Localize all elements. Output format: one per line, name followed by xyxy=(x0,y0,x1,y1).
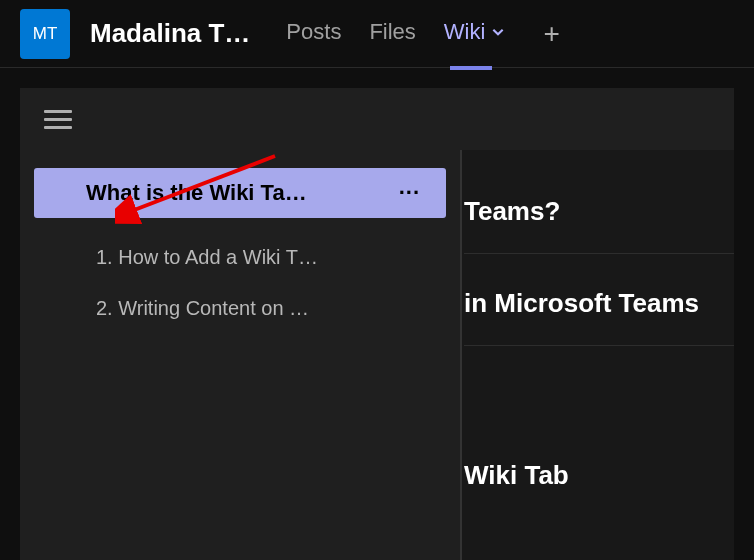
nav-page-title: What is the Wiki Ta… xyxy=(54,180,307,206)
content-heading-fragment: in Microsoft Teams xyxy=(464,254,734,345)
content-area: What is the Wiki Ta… ··· 1. How to Add a… xyxy=(0,68,754,560)
tab-files[interactable]: Files xyxy=(369,19,415,49)
content-heading-fragment: Teams? xyxy=(464,150,734,253)
nav-page-current[interactable]: What is the Wiki Ta… ··· xyxy=(34,168,446,218)
chevron-down-icon xyxy=(491,19,505,45)
channel-tabs: Posts Files Wiki + xyxy=(286,18,559,50)
hamburger-menu-icon[interactable] xyxy=(44,110,72,129)
content-heading-fragment: Wiki Tab xyxy=(464,426,734,517)
wiki-toolbar xyxy=(20,88,734,150)
tab-wiki[interactable]: Wiki xyxy=(444,19,506,49)
wiki-body: What is the Wiki Ta… ··· 1. How to Add a… xyxy=(20,150,734,560)
nav-section-item[interactable]: 2. Writing Content on … xyxy=(34,283,446,334)
wiki-content-panel: Teams? in Microsoft Teams Wiki Tab xyxy=(460,150,734,560)
channel-avatar: MT xyxy=(20,9,70,59)
nav-section-item[interactable]: 1. How to Add a Wiki T… xyxy=(34,232,446,283)
add-tab-button[interactable]: + xyxy=(543,18,559,50)
tab-posts[interactable]: Posts xyxy=(286,19,341,49)
avatar-initials: MT xyxy=(33,24,58,44)
wiki-nav-panel: What is the Wiki Ta… ··· 1. How to Add a… xyxy=(20,150,460,560)
channel-name: Madalina T… xyxy=(90,18,250,49)
more-icon[interactable]: ··· xyxy=(399,180,426,206)
channel-header: MT Madalina T… Posts Files Wiki + xyxy=(0,0,754,68)
tab-wiki-label: Wiki xyxy=(444,19,486,45)
